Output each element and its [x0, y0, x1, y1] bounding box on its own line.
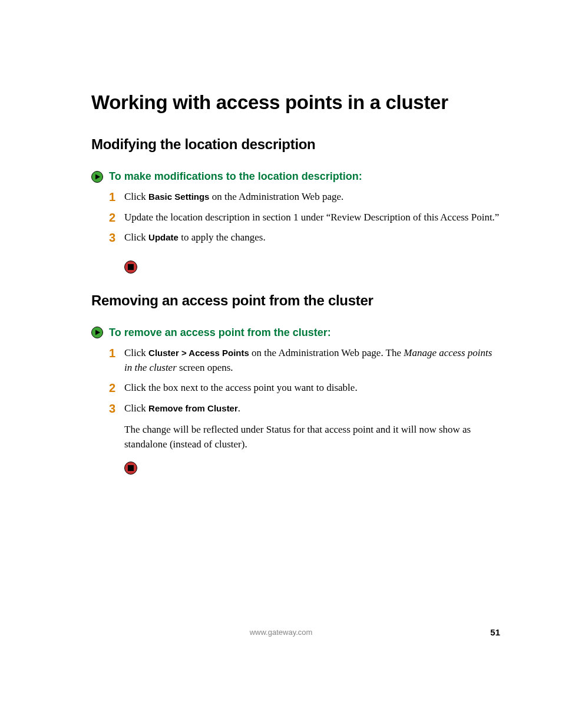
task-title: To remove an access point from the clust…: [109, 327, 331, 339]
svg-rect-3: [128, 264, 134, 270]
stop-icon: [124, 261, 137, 274]
step-item: 2 Update the location description in sec…: [109, 210, 500, 225]
step-number: 1: [109, 346, 124, 360]
step-number: 3: [109, 230, 124, 245]
steps-list: 1 Click Cluster > Access Points on the A…: [109, 346, 500, 416]
svg-rect-7: [128, 465, 134, 471]
result-paragraph: The change will be reflected under Statu…: [124, 423, 500, 452]
play-icon: [91, 327, 103, 338]
step-number: 3: [109, 401, 124, 416]
task-title: To make modifications to the location de…: [109, 170, 362, 183]
section-heading-removing: Removing an access point from the cluste…: [91, 292, 500, 309]
page-footer: www.gateway.com 51: [0, 628, 562, 637]
step-text: Click Basic Settings on the Administrati…: [124, 190, 343, 205]
step-text: Update the location description in secti…: [124, 210, 499, 225]
step-text: Click the box next to the access point y…: [124, 381, 358, 396]
step-text: Click Remove from Cluster.: [124, 401, 240, 416]
task-header: To remove an access point from the clust…: [91, 327, 500, 339]
section-heading-modifying: Modifying the location description: [91, 136, 500, 153]
page-title: Working with access points in a cluster: [91, 91, 500, 114]
stop-icon: [124, 462, 137, 475]
step-item: 1 Click Basic Settings on the Administra…: [109, 190, 500, 205]
step-item: 3 Click Update to apply the changes.: [109, 230, 500, 245]
step-item: 2 Click the box next to the access point…: [109, 381, 500, 396]
step-number: 2: [109, 210, 124, 225]
step-number: 2: [109, 381, 124, 395]
task-header: To make modifications to the location de…: [91, 170, 500, 183]
play-icon: [91, 171, 103, 183]
steps-list: 1 Click Basic Settings on the Administra…: [109, 190, 500, 245]
page-number: 51: [490, 627, 500, 637]
step-item: 3 Click Remove from Cluster.: [109, 401, 500, 416]
step-text: Click Cluster > Access Points on the Adm…: [124, 346, 500, 375]
footer-url: www.gateway.com: [250, 628, 313, 637]
step-number: 1: [109, 190, 124, 204]
step-item: 1 Click Cluster > Access Points on the A…: [109, 346, 500, 375]
step-text: Click Update to apply the changes.: [124, 230, 266, 245]
